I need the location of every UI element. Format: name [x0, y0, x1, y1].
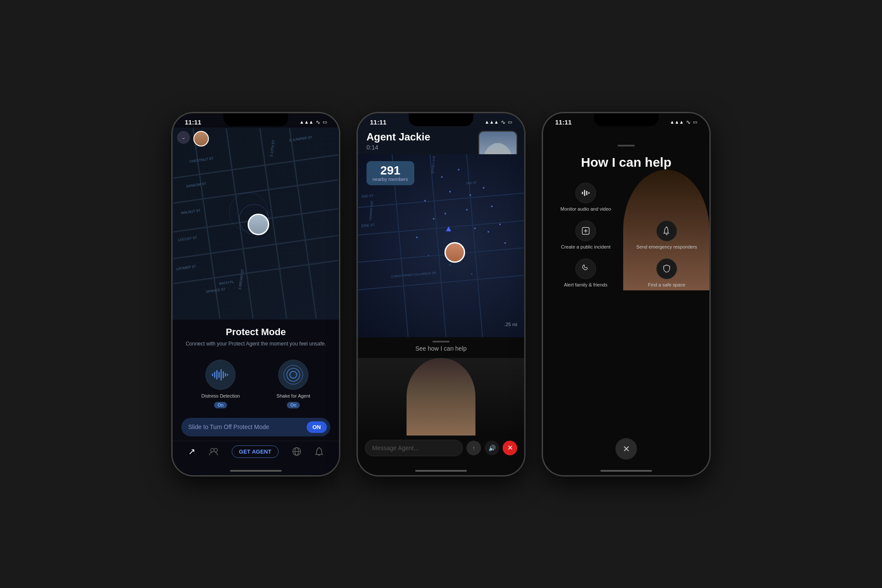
notch-2 [409, 113, 473, 126]
protect-section: Protect Mode Connect with your Protect A… [173, 320, 339, 355]
map-down-button[interactable]: ⌄ [177, 131, 190, 144]
shake-agent-item: Shake for Agent On [276, 360, 310, 408]
svg-rect-7 [227, 374, 228, 376]
signal-icon-1: ▲▲▲ [299, 119, 314, 124]
battery-icon-1: ▭ [323, 119, 327, 125]
audio-wave-icon [212, 368, 229, 381]
wifi-icon-1: ∿ [316, 119, 320, 125]
nearby-count: 291 [373, 165, 408, 177]
distress-icon-circle[interactable] [205, 360, 236, 390]
agent-face-area [358, 358, 524, 436]
phone-2: 11:11 ▲▲▲ ∿ ▭ Agent Jackie 0:14 ⟳ [357, 112, 525, 476]
svg-rect-4 [220, 369, 222, 380]
send-button[interactable]: ↑ [466, 441, 481, 455]
close-icon: ✕ [623, 444, 630, 454]
svg-point-8 [290, 371, 297, 378]
bottom-nav-1: ↗ GET AGENT [173, 441, 339, 468]
map-mini-avatar [193, 131, 209, 146]
shield-icon [662, 264, 671, 274]
protect-title: Protect Mode [183, 327, 329, 338]
send-arrow-icon: ↑ [472, 445, 475, 451]
home-indicator-1 [230, 470, 282, 472]
safe-label: Find a safe space [648, 282, 686, 288]
close-button[interactable]: ✕ [615, 438, 637, 460]
home-indicator-2 [415, 470, 467, 472]
end-call-icon: ✕ [507, 444, 513, 452]
time-1: 11:11 [185, 118, 201, 126]
incident-label: Create a public incident [561, 244, 611, 250]
contacts-icon [209, 447, 218, 456]
audio-bars-icon [581, 188, 590, 198]
nav-location[interactable]: ↗ [188, 446, 196, 457]
notch-1 [224, 113, 288, 126]
globe-icon [292, 447, 301, 456]
slider-text: Slide to Turn Off Protect Mode [188, 423, 269, 430]
svg-rect-3 [218, 372, 220, 378]
svg-rect-18 [586, 191, 587, 195]
emergency-label: Send emergency responders [636, 244, 697, 250]
phone-call-icon [581, 264, 590, 274]
nav-bell[interactable] [315, 447, 323, 456]
help-placeholder-1 [633, 183, 701, 212]
svg-point-11 [211, 448, 214, 452]
time-3: 11:11 [555, 118, 571, 126]
battery-icon-3: ▭ [693, 119, 697, 125]
message-bar: Message Agent... ↑ 🔊 ✕ [358, 436, 524, 468]
bell-alert-icon [662, 226, 671, 236]
svg-rect-16 [582, 192, 583, 194]
protect-subtitle: Connect with your Protect Agent the mome… [183, 340, 329, 348]
signal-icon-3: ▲▲▲ [670, 119, 684, 124]
shake-label: Shake for Agent [276, 393, 310, 398]
nav-contacts[interactable] [209, 447, 218, 456]
help-item-monitor: Monitor audio and video [552, 183, 620, 212]
protect-mode-slider[interactable]: Slide to Turn Off Protect Mode ON [181, 418, 330, 436]
map2-scale: .25 mi [504, 322, 517, 327]
location-arrow-icon: ↗ [188, 446, 196, 457]
safe-icon-circle[interactable] [656, 258, 677, 279]
end-call-button[interactable]: ✕ [503, 441, 517, 455]
call-header: Agent Jackie 0:14 ⟳ ▶ [358, 128, 524, 154]
map2-user-avatar [444, 242, 465, 263]
help-item-emergency: Send emergency responders [633, 221, 701, 250]
svg-rect-0 [212, 373, 213, 376]
see-help-section: See how I can help [358, 337, 524, 358]
svg-rect-6 [225, 373, 226, 376]
signal-icon-2: ▲▲▲ [484, 119, 499, 124]
speaker-button[interactable]: 🔊 [484, 441, 499, 455]
nearby-label: nearby members [373, 177, 408, 182]
notch-3 [594, 113, 658, 126]
svg-point-23 [666, 227, 667, 227]
help-grid: Monitor audio and video Create a public … [552, 178, 701, 297]
phone-1: 11:11 ▲▲▲ ∿ ▭ CHESTNUT ST SAN [172, 112, 340, 476]
battery-icon-2: ▭ [508, 119, 512, 125]
bell-icon [315, 447, 323, 456]
drawer-handle[interactable] [432, 341, 450, 342]
nav-globe[interactable] [292, 447, 301, 456]
time-2: 11:11 [370, 118, 386, 126]
message-input[interactable]: Message Agent... [365, 440, 463, 456]
distress-detection-item: Distress Detection On [202, 360, 240, 408]
alert-icon-circle[interactable] [575, 258, 596, 279]
nav-get-agent[interactable]: GET AGENT [232, 445, 279, 458]
status-icons-3: ▲▲▲ ∿ ▭ [670, 119, 697, 125]
status-icons-2: ▲▲▲ ∿ ▭ [484, 119, 512, 125]
on-badge: ON [307, 421, 327, 433]
plus-square-icon [581, 226, 590, 236]
map-user-avatar [248, 214, 269, 235]
emergency-icon-circle[interactable] [656, 221, 677, 241]
phone-3: 11:11 ▲▲▲ ∿ ▭ How I can help [542, 112, 710, 476]
svg-rect-2 [216, 370, 217, 380]
help-item-incident: Create a public incident [552, 221, 620, 250]
monitor-label: Monitor audio and video [560, 206, 611, 212]
svg-point-9 [287, 368, 300, 381]
help-item-alert: Alert family & friends [552, 258, 620, 288]
map-area-1: CHESTNUT ST SANSOM ST WALNUT ST LOCUST S… [173, 128, 339, 320]
distress-badge: On [214, 402, 227, 408]
incident-icon-circle[interactable] [575, 221, 596, 241]
monitor-icon-circle[interactable] [575, 183, 596, 203]
get-agent-label[interactable]: GET AGENT [232, 445, 279, 458]
svg-rect-1 [214, 372, 215, 378]
top-indicator [618, 145, 635, 146]
shake-icon-circle[interactable] [278, 360, 308, 390]
svg-rect-5 [223, 371, 224, 378]
